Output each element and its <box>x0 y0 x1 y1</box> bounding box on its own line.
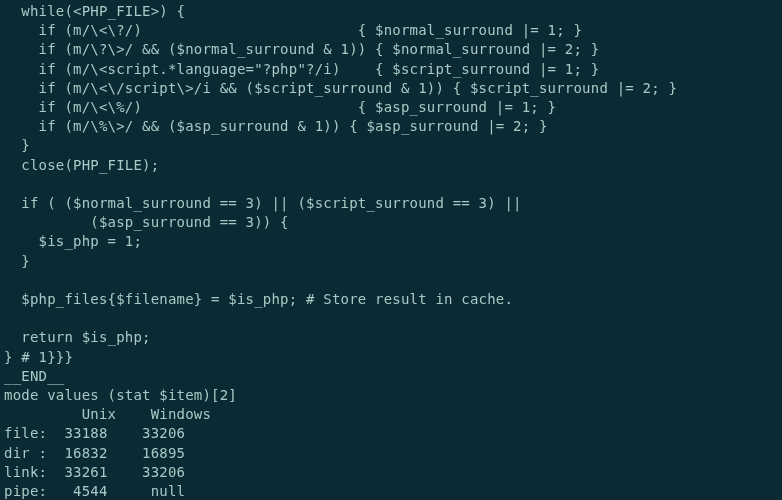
code-content: while(<PHP_FILE>) { if (m/\<\?/) { $norm… <box>4 3 677 499</box>
code-block: while(<PHP_FILE>) { if (m/\<\?/) { $norm… <box>0 0 782 500</box>
